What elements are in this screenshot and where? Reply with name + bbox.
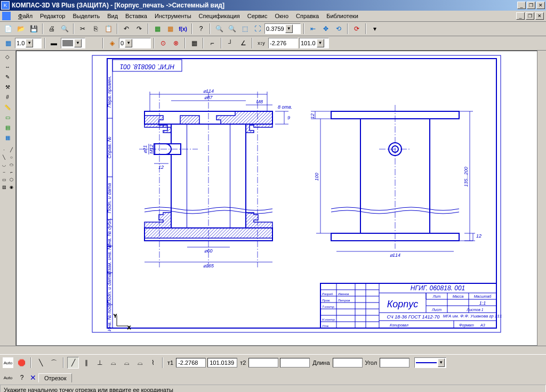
fillet-tool[interactable]: ⌐ bbox=[8, 169, 15, 176]
local-cs-button[interactable]: ⌐ bbox=[206, 37, 218, 49]
rotate-button[interactable]: ⟲ bbox=[333, 23, 344, 35]
seg-tan[interactable]: ⌓ bbox=[107, 357, 119, 369]
measure-tool[interactable]: 📏 bbox=[1, 102, 14, 112]
menu-insert[interactable]: Вставка bbox=[122, 12, 150, 20]
copy-button[interactable]: ⎘ bbox=[90, 23, 101, 35]
linestyle-combo[interactable]: ▼ bbox=[414, 357, 446, 368]
annotate-tool[interactable]: ✎ bbox=[1, 72, 14, 81]
cut-button[interactable]: ✂ bbox=[77, 23, 89, 35]
undo-button[interactable]: ↶ bbox=[121, 23, 132, 35]
redo-button[interactable]: ↷ bbox=[133, 23, 145, 35]
layer-combo[interactable]: 0▼ bbox=[119, 38, 151, 48]
zoom-fit-button[interactable]: ⛶ bbox=[252, 23, 263, 35]
hatch-tool[interactable]: ▨ bbox=[1, 184, 7, 191]
style-line1[interactable]: ╲ bbox=[35, 357, 46, 369]
seg-perp[interactable]: ⊥ bbox=[94, 357, 106, 369]
menu-select[interactable]: Выделить bbox=[69, 12, 103, 20]
canvas[interactable]: НГИГ. 060818. 001 Перв. примен. Справ. №… bbox=[16, 51, 537, 346]
zoom-combo[interactable]: 0.3759▼ bbox=[264, 23, 301, 34]
spline-tool[interactable]: ~ bbox=[1, 169, 7, 176]
menu-file[interactable]: Файл bbox=[15, 12, 36, 20]
auto-create-button[interactable]: Auto bbox=[2, 357, 14, 369]
edit-tool[interactable]: ⚒ bbox=[1, 82, 14, 92]
menu-tools[interactable]: Инструменты bbox=[151, 12, 195, 20]
aux-line-tool[interactable]: ╱ bbox=[8, 146, 15, 153]
step-button[interactable]: ┘ bbox=[224, 37, 236, 49]
redraw-button[interactable]: ⟳ bbox=[351, 23, 363, 35]
scrollbar-horizontal[interactable] bbox=[0, 346, 546, 354]
circle-tool[interactable]: ○ bbox=[8, 154, 15, 161]
layer-icon[interactable]: ◈ bbox=[106, 37, 118, 49]
geometry-tool[interactable]: ◇ bbox=[1, 52, 14, 61]
mdi-close[interactable]: ✕ bbox=[535, 12, 544, 20]
linestyle-button[interactable]: ▬ bbox=[48, 37, 60, 49]
menu-edit[interactable]: Редактор bbox=[37, 12, 68, 20]
zoom-in-button[interactable]: 🔍 bbox=[213, 23, 225, 35]
xy-button[interactable]: x↕y bbox=[255, 37, 267, 49]
menu-help[interactable]: Справка bbox=[293, 12, 322, 20]
print-button[interactable]: 🖨 bbox=[46, 23, 58, 35]
properties-button[interactable]: ▦ bbox=[151, 23, 163, 35]
param-tool[interactable]: # bbox=[1, 92, 14, 102]
coord-y-field[interactable]: 101.0▼ bbox=[299, 38, 329, 48]
views-button[interactable]: ▾ bbox=[369, 23, 381, 35]
t1x-input[interactable] bbox=[176, 358, 206, 368]
preview-button[interactable]: 🔍 bbox=[59, 23, 70, 35]
ortho-button[interactable]: ▦ bbox=[188, 37, 200, 49]
close-button[interactable]: ✕ bbox=[536, 2, 545, 9]
grid-button[interactable]: ▦ bbox=[2, 37, 14, 49]
doc-icon[interactable] bbox=[2, 12, 11, 20]
ellipse-tool[interactable]: ⬭ bbox=[8, 161, 15, 168]
coord-x-field[interactable]: -2.276 bbox=[268, 38, 298, 48]
variables-button[interactable]: ▦ bbox=[164, 23, 176, 35]
lineweight-combo[interactable]: 1.0▼ bbox=[15, 38, 42, 48]
seg-parallel[interactable]: ∥ bbox=[81, 357, 92, 369]
contour-tool[interactable]: ◉ bbox=[8, 184, 15, 191]
angle-step-button[interactable]: ∠ bbox=[237, 37, 249, 49]
scrollbar-vertical[interactable] bbox=[537, 51, 546, 346]
help-button[interactable]: ? bbox=[16, 372, 28, 383]
dimension-tool[interactable]: ↔ bbox=[1, 62, 14, 71]
length-input[interactable] bbox=[333, 358, 363, 368]
t1y-input[interactable] bbox=[207, 358, 237, 368]
point-tool[interactable]: · bbox=[1, 146, 7, 153]
save-button[interactable]: 💾 bbox=[28, 23, 39, 35]
style-line2[interactable]: ⌒ bbox=[48, 357, 60, 369]
pan-left-button[interactable]: ⇤ bbox=[307, 23, 319, 35]
restore-button[interactable]: ❐ bbox=[527, 2, 535, 9]
seg-tan3[interactable]: ⌓ bbox=[134, 357, 146, 369]
hint-button[interactable]: Auto bbox=[2, 372, 14, 383]
fx-button[interactable]: f(x) bbox=[177, 23, 189, 35]
assoc-tool[interactable]: ▦ bbox=[1, 133, 14, 142]
seg-tan2[interactable]: ⌓ bbox=[121, 357, 132, 369]
open-button[interactable]: 📂 bbox=[15, 23, 27, 35]
pan-button[interactable]: ✥ bbox=[320, 23, 332, 35]
color-combo[interactable]: ▼ bbox=[61, 38, 85, 48]
angle-input[interactable] bbox=[380, 358, 410, 368]
t2x-input[interactable] bbox=[248, 358, 278, 368]
zoom-out-button[interactable]: 🔍 bbox=[226, 23, 238, 35]
menu-libs[interactable]: Библиотеки bbox=[323, 12, 362, 20]
menu-window[interactable]: Окно bbox=[271, 12, 292, 20]
arc-tool[interactable]: ◡ bbox=[1, 161, 7, 168]
spec-tool[interactable]: ▤ bbox=[1, 123, 14, 132]
t2y-input[interactable] bbox=[280, 358, 310, 368]
polygon-tool[interactable]: ⬡ bbox=[8, 176, 15, 183]
help-pointer-button[interactable]: ? bbox=[195, 23, 207, 35]
menu-view[interactable]: Вид bbox=[104, 12, 121, 20]
new-button[interactable]: 📄 bbox=[2, 23, 14, 35]
seg-chain[interactable]: ⌇ bbox=[147, 357, 159, 369]
line-tool[interactable]: ╲ bbox=[1, 154, 7, 161]
mdi-restore[interactable]: ❐ bbox=[526, 12, 534, 20]
snap-end-button[interactable]: ⊙ bbox=[157, 37, 169, 49]
menu-spec[interactable]: Спецификация bbox=[196, 12, 243, 20]
mdi-minimize[interactable]: _ bbox=[516, 12, 525, 20]
zoom-window-button[interactable]: ⬚ bbox=[239, 23, 251, 35]
seg-simple[interactable]: ╱ bbox=[67, 357, 79, 369]
snap-mid-button[interactable]: ⊗ bbox=[170, 37, 182, 49]
stop-button[interactable]: 🛑 bbox=[15, 357, 27, 369]
menu-service[interactable]: Сервис bbox=[244, 12, 271, 20]
paste-button[interactable]: 📋 bbox=[102, 23, 114, 35]
select-tool[interactable]: ▭ bbox=[1, 112, 14, 122]
rect-tool[interactable]: ▭ bbox=[1, 176, 7, 183]
